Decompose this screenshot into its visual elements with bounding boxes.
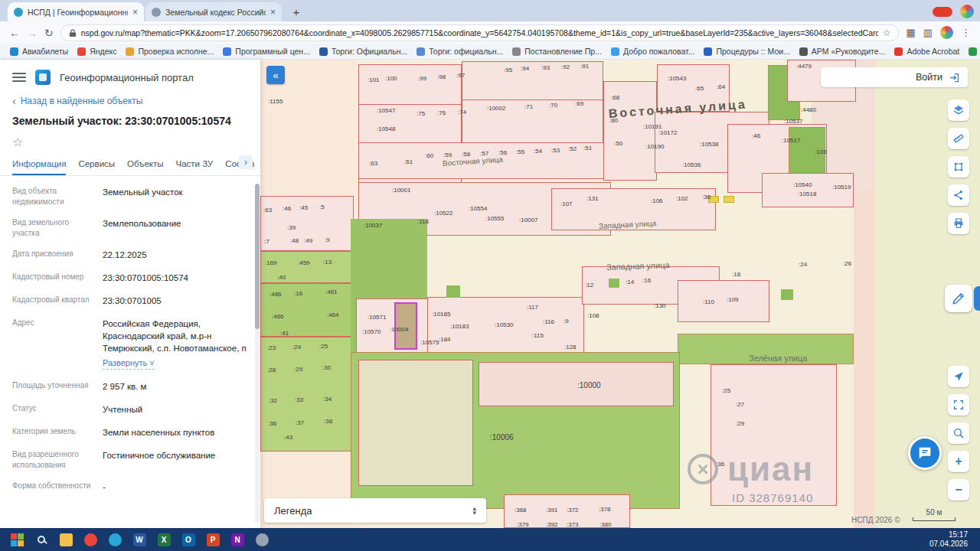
chrome-icon[interactable]: [78, 528, 103, 551]
parcel-label[interactable]: :68: [611, 94, 619, 101]
parcel-label[interactable]: :36: [702, 194, 710, 201]
cursor-button[interactable]: [948, 366, 969, 387]
parcel-label[interactable]: :51: [583, 145, 592, 152]
parcel-label[interactable]: :29: [294, 366, 302, 373]
parcel-label[interactable]: :109: [727, 296, 739, 303]
parcel-label[interactable]: :93: [541, 64, 550, 71]
parcel-label[interactable]: :33: [295, 396, 303, 403]
parcel-label[interactable]: :18: [732, 271, 740, 278]
parcel-label[interactable]: :10185: [432, 311, 450, 318]
parcel-label[interactable]: :486: [270, 291, 282, 298]
parcel-label[interactable]: :391: [546, 507, 558, 514]
zoom-out-button[interactable]: −: [948, 479, 969, 500]
parcel-label[interactable]: :14: [626, 279, 634, 285]
parcel-label[interactable]: :378: [599, 506, 611, 513]
parcel-label[interactable]: :10543: [668, 75, 686, 82]
parcel-label[interactable]: :10530: [495, 321, 513, 328]
parcel-label[interactable]: :16: [294, 290, 302, 297]
share-button[interactable]: [948, 184, 969, 206]
parcel-label[interactable]: :373: [567, 521, 579, 528]
parcel-label[interactable]: :10037: [364, 222, 382, 229]
parcel-label[interactable]: :116: [543, 318, 554, 325]
parcel-label[interactable]: :12: [585, 282, 593, 289]
parcel-label[interactable]: :55: [516, 148, 524, 155]
parcel-label[interactable]: :10548: [377, 126, 395, 132]
parcel-label[interactable]: :36: [268, 420, 276, 427]
parcel-label[interactable]: :48: [290, 237, 299, 244]
parcel-label[interactable]: :63: [369, 160, 377, 167]
parcel-label[interactable]: :10000: [577, 381, 601, 390]
new-tab-button[interactable]: +: [288, 3, 305, 20]
parcel-label[interactable]: :24: [799, 261, 807, 268]
parcel-label[interactable]: :368: [514, 507, 527, 514]
parcel-label[interactable]: :45: [299, 204, 308, 211]
parcel-label[interactable]: :10536: [682, 161, 701, 168]
search-icon[interactable]: [29, 528, 54, 551]
parcel-label[interactable]: :10004: [390, 326, 408, 333]
parcel-label[interactable]: :461: [325, 289, 338, 295]
parcel-label[interactable]: :10540: [793, 181, 812, 188]
parcel-label[interactable]: :117: [527, 304, 538, 311]
extensions-icon[interactable]: ▦: [906, 27, 915, 38]
bookmark-item[interactable]: Проверка исполне...: [122, 45, 217, 57]
parcel-label[interactable]: :50: [614, 140, 622, 147]
parcel-label[interactable]: :4480: [801, 106, 816, 113]
parcel-label[interactable]: :10001: [392, 187, 410, 194]
parcel-label[interactable]: :28: [267, 367, 276, 373]
parcel-label[interactable]: :34: [323, 396, 332, 403]
browser-tab[interactable]: Земельный кодекс Российской...×: [145, 2, 282, 21]
system-tray-clock[interactable]: 15:17 07.04.2026: [929, 530, 975, 549]
parcel-label[interactable]: :30: [322, 364, 331, 371]
parcel-label[interactable]: :76: [437, 109, 446, 116]
edge-icon[interactable]: [103, 528, 127, 551]
zoom-in-button[interactable]: +: [948, 451, 969, 472]
parcel-label[interactable]: :103: [815, 148, 827, 155]
parcel-label[interactable]: :459: [298, 259, 310, 266]
legend-dropdown[interactable]: Легенда ▴▾: [264, 498, 486, 523]
excel-icon[interactable]: X: [152, 528, 176, 551]
parcel-label[interactable]: :10006: [490, 433, 514, 442]
parcel-label[interactable]: :24: [292, 344, 301, 350]
parcel-label[interactable]: :71: [524, 103, 533, 110]
parcel-label[interactable]: :23: [267, 344, 276, 351]
start-icon[interactable]: [5, 528, 29, 551]
back-link[interactable]: ‹ Назад в найденные объекты: [0, 90, 260, 108]
bookmark-star-icon[interactable]: ☆: [883, 28, 891, 38]
panel-scrollbar-thumb[interactable]: [255, 184, 260, 329]
parcel-label[interactable]: :32: [269, 397, 277, 404]
parcel-label[interactable]: :25: [722, 387, 730, 394]
parcel-label[interactable]: :53: [551, 147, 560, 154]
parcel-label[interactable]: :10571: [368, 314, 386, 321]
parcel-label[interactable]: :130: [654, 302, 666, 309]
parcel-label[interactable]: :380: [599, 521, 612, 528]
parcel-label[interactable]: :52: [568, 145, 577, 152]
parcel-label[interactable]: :36: [716, 461, 724, 468]
bookmark-item[interactable]: Торги: официальн...: [413, 45, 507, 57]
bookmark-item[interactable]: Adobe Acrobat: [890, 45, 963, 57]
forward-button[interactable]: →: [27, 27, 38, 39]
parcel-label[interactable]: :25: [319, 343, 328, 350]
login-button[interactable]: Войти: [821, 67, 968, 87]
parcel-label[interactable]: :102: [676, 195, 688, 202]
parcel-label[interactable]: :29: [736, 420, 744, 427]
browser-tab[interactable]: НСПД | Геоинформационный п...×: [8, 2, 144, 21]
panel-tab[interactable]: Сервисы: [78, 152, 115, 175]
tabs-next-arrow[interactable]: ›: [239, 155, 253, 169]
parcel-label[interactable]: :108: [587, 312, 599, 319]
bookmark-item[interactable]: АРМ «Руководите...: [795, 45, 890, 57]
explorer-icon[interactable]: [54, 528, 78, 551]
zoombox-button[interactable]: [948, 422, 969, 444]
parcel-label[interactable]: :46: [283, 205, 291, 212]
parcel-label[interactable]: :59: [443, 152, 452, 158]
parcel-label[interactable]: :379: [517, 521, 529, 528]
parcel-label[interactable]: :63: [263, 207, 272, 214]
parcel-label[interactable]: :10519: [832, 184, 851, 191]
bookmark-item[interactable]: Торги: Официальн...: [315, 45, 411, 57]
parcel-label[interactable]: :10538: [700, 141, 718, 148]
parcel-label[interactable]: :60: [425, 152, 433, 159]
map-canvas[interactable]: :101:100:99:98:97:95:94:93:92:91:10543:6…: [260, 60, 980, 528]
parcel-label[interactable]: :10522: [434, 210, 452, 217]
panel-tab[interactable]: Информация: [12, 152, 66, 175]
parcel-label[interactable]: :110: [703, 298, 714, 305]
parcel-label[interactable]: :101: [368, 77, 380, 83]
